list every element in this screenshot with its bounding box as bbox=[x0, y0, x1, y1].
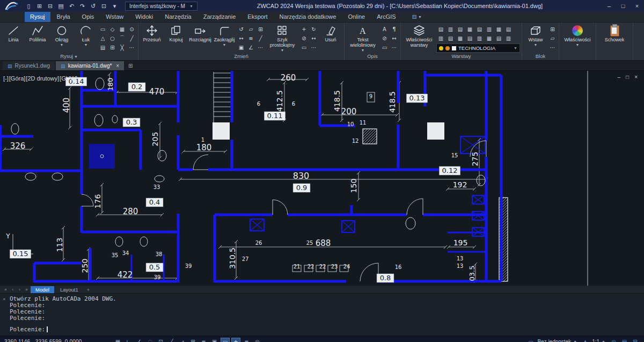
workspace-selector[interactable]: Interfejs wstążkowy - M ▼ bbox=[125, 2, 197, 11]
layer-more-icon[interactable]: ▥ bbox=[504, 34, 513, 42]
chamfer-icon[interactable]: ∠ bbox=[246, 43, 255, 52]
polar-tracking-icon[interactable]: ∠ bbox=[135, 338, 144, 342]
diameter-dim-icon[interactable]: ⊘ bbox=[380, 34, 389, 42]
layer-current-icon[interactable]: ▤ bbox=[465, 34, 474, 42]
open-file-icon[interactable]: ⊞ bbox=[34, 1, 45, 11]
construction-line-icon[interactable]: ╳ bbox=[118, 43, 127, 52]
zaokraglij-button[interactable]: Zaokrąglij▼ bbox=[213, 23, 236, 53]
text-style-icon[interactable]: A bbox=[380, 25, 389, 33]
doc-tab-rysunek1[interactable]: ▤Rysunek1.dwg bbox=[3, 61, 55, 70]
ortho-icon[interactable]: ∟ bbox=[124, 338, 133, 342]
extend-icon[interactable]: ╱ bbox=[256, 34, 265, 42]
layer-merge-icon[interactable]: ▦ bbox=[494, 25, 503, 33]
command-panel-close-icon[interactable]: × bbox=[3, 296, 5, 302]
undo-icon[interactable]: ↶ bbox=[67, 1, 77, 11]
lengthen-icon[interactable]: ↔ bbox=[309, 34, 318, 42]
layout-nav-icon-1[interactable]: ‹ bbox=[10, 287, 16, 292]
layer-delete-icon[interactable]: ▦ bbox=[485, 34, 494, 42]
add-layout-button[interactable]: + bbox=[84, 287, 93, 293]
rectangle-icon[interactable]: ▭ bbox=[98, 25, 107, 33]
layer-select[interactable]: TECHNOLOGIA▼ bbox=[436, 43, 520, 53]
wlasciwosci-warstwy-button[interactable]: Właściwości warstwy bbox=[402, 23, 436, 53]
layer-copy-icon[interactable]: ▥ bbox=[475, 34, 484, 42]
save-icon[interactable]: ⊟ bbox=[45, 1, 55, 11]
tab-narzedzia-dodatkowe[interactable]: Narzędzia dodatkowe bbox=[274, 12, 342, 22]
layer-isolate-icon[interactable]: ▥ bbox=[446, 25, 455, 33]
more-annotate-icon[interactable]: ⋯ bbox=[390, 43, 399, 52]
layer-walk-icon[interactable]: ▤ bbox=[504, 25, 513, 33]
rozciagnij-button[interactable]: Rozciągnij bbox=[188, 23, 212, 53]
create-block-icon[interactable]: ⊞ bbox=[548, 25, 557, 33]
layout-nav-icon-3[interactable]: » bbox=[24, 287, 30, 292]
wlasciwosci-button[interactable]: Właściwości▼ bbox=[561, 23, 594, 53]
table-icon[interactable]: ⊞ bbox=[108, 43, 117, 52]
grid-icon[interactable]: ▦ bbox=[113, 338, 122, 342]
kopiuj-button[interactable]: Kopiuj bbox=[164, 23, 188, 53]
luk-button[interactable]: Łuk▼ bbox=[74, 23, 98, 53]
ellipse-icon[interactable]: ○ bbox=[108, 34, 117, 42]
new-file-icon[interactable]: ▯ bbox=[24, 1, 34, 11]
ray-icon[interactable]: ╱ bbox=[127, 34, 136, 42]
redo-icon[interactable]: ↷ bbox=[77, 1, 87, 11]
tab-bryla[interactable]: Bryła bbox=[52, 12, 76, 22]
quick-properties-icon[interactable]: ≡ bbox=[242, 338, 251, 342]
tab-eksport[interactable]: Eksport bbox=[242, 12, 273, 22]
przesun-button[interactable]: Przesuń bbox=[140, 23, 164, 53]
polygon-icon[interactable]: ◇ bbox=[108, 25, 117, 33]
minimize-button[interactable]: – bbox=[602, 0, 616, 12]
regen-icon[interactable]: ↺ bbox=[88, 1, 98, 11]
more-draw-icon[interactable]: ⋯ bbox=[127, 43, 136, 52]
more-block-icon[interactable]: ⋯ bbox=[548, 43, 557, 52]
usun-button[interactable]: Usuń bbox=[319, 23, 342, 53]
layer-freeze-icon[interactable]: ▤ bbox=[456, 25, 465, 33]
crosshair-icon[interactable]: + bbox=[231, 338, 240, 342]
more-modify-icon[interactable]: ⋯ bbox=[256, 43, 265, 52]
path-array-icon[interactable]: ↻ bbox=[309, 25, 318, 33]
viewport-control-3[interactable]: [GUW] bbox=[60, 75, 77, 82]
lineweight-icon[interactable]: ≡ bbox=[199, 338, 208, 342]
schowek-button[interactable]: Schowek bbox=[598, 23, 631, 53]
tab-online[interactable]: Online bbox=[342, 12, 370, 22]
layer-previous-icon[interactable]: ▥ bbox=[485, 25, 494, 33]
maximize-button[interactable]: □ bbox=[616, 0, 630, 12]
layout-tab-model[interactable]: Model bbox=[31, 286, 54, 293]
paragraph-icon[interactable]: ¶ bbox=[390, 25, 399, 33]
close-button[interactable]: × bbox=[630, 0, 644, 12]
dynamic-ucs-icon[interactable]: ⊿ bbox=[178, 338, 187, 342]
qat-menu-icon[interactable]: ▾ bbox=[109, 1, 120, 11]
plot-preview-icon[interactable]: ⊡ bbox=[99, 1, 109, 11]
layer-unlock-icon[interactable]: ▦ bbox=[456, 34, 465, 42]
layer-lock-icon[interactable]: ▦ bbox=[465, 25, 474, 33]
tab-wstaw[interactable]: Wstaw bbox=[100, 12, 129, 22]
units-selector[interactable]: ▭ Bez jednostek ▼ bbox=[526, 338, 577, 342]
spline-icon[interactable]: △ bbox=[98, 34, 107, 42]
selection-cycling-icon[interactable]: ▭ bbox=[221, 338, 230, 342]
explode-icon[interactable]: ≡ bbox=[246, 34, 255, 42]
layout-nav-icon-0[interactable]: « bbox=[3, 287, 9, 292]
polilinia-button[interactable]: Polilinia bbox=[26, 23, 49, 53]
tab-narzedzia[interactable]: Narzędzia bbox=[159, 12, 197, 22]
leader-icon[interactable]: ▭ bbox=[380, 43, 389, 52]
isolate-objects-icon[interactable]: ◎ bbox=[253, 338, 262, 342]
rotate-icon[interactable]: ↺ bbox=[237, 25, 246, 33]
linear-dim-icon[interactable]: ↔ bbox=[390, 34, 399, 42]
command-input[interactable]: Polecenie: bbox=[10, 326, 48, 333]
more-array-icon[interactable]: ⋯ bbox=[309, 43, 318, 52]
scale-icon[interactable]: ▣ bbox=[237, 43, 246, 52]
linia-button[interactable]: Linia bbox=[2, 23, 25, 53]
layer-thaw-icon[interactable]: ▤ bbox=[446, 34, 455, 42]
viewport-control-1[interactable]: [Góra] bbox=[9, 75, 26, 82]
tab-rysuj[interactable]: Rysuj bbox=[25, 12, 50, 22]
osnap-icon[interactable]: ◌ bbox=[145, 338, 155, 342]
wstaw-button[interactable]: Wstaw▼ bbox=[524, 23, 547, 53]
divide-icon[interactable]: + bbox=[299, 25, 309, 33]
tray-settings-icon[interactable]: ▤ bbox=[620, 338, 629, 342]
arc-3p-icon[interactable]: ⌒ bbox=[118, 34, 127, 42]
otrack-icon[interactable]: ╱ bbox=[167, 338, 176, 342]
annotation-scale-selector[interactable]: ▲ 1:1 ▼ bbox=[581, 338, 605, 342]
layout-tab-layout1[interactable]: Layout1 bbox=[55, 286, 83, 293]
tab-widoki[interactable]: Widoki bbox=[130, 12, 158, 22]
layout-nav-icon-2[interactable]: › bbox=[17, 287, 23, 292]
hatch-icon[interactable]: ▦ bbox=[118, 25, 127, 33]
mirror-icon[interactable]: ↔ bbox=[237, 34, 246, 42]
